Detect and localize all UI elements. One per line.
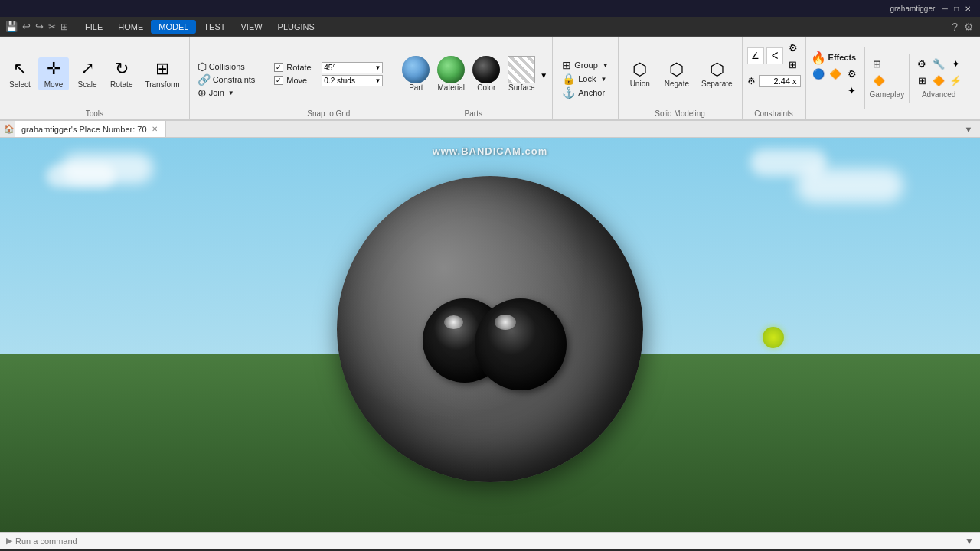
move-icon: ✛: [47, 59, 60, 79]
effects-icon-row: 🔵 🔶 ⚙ ✦: [811, 67, 860, 99]
lock-icon: 🔒: [562, 73, 575, 85]
move-snap-checkbox[interactable]: ✓: [274, 76, 283, 85]
window-close[interactable]: ✕: [962, 5, 974, 13]
snap-section: ✓ Rotate 45° ▼ ✓ Move 0.2 studs ▼ S: [263, 37, 394, 119]
negate-button[interactable]: ⬡ Negate: [660, 57, 694, 91]
constraint-angle-icon2[interactable]: ∢: [766, 47, 783, 64]
separate-button[interactable]: ⬡ Separate: [697, 57, 737, 91]
menu-model[interactable]: MODEL: [151, 20, 196, 34]
menu-view[interactable]: VIEW: [233, 20, 270, 34]
effects-side-2[interactable]: ✦: [844, 83, 860, 99]
color-button[interactable]: Color: [469, 54, 503, 93]
union-button[interactable]: ⬡ Union: [623, 57, 657, 91]
join-dropdown-icon[interactable]: ▼: [228, 90, 234, 96]
group-icon: ⊞: [562, 59, 571, 71]
rotate-snap-select[interactable]: 45° ▼: [322, 62, 383, 73]
quick-copy-icon[interactable]: ⊞: [58, 21, 70, 32]
rotate-button[interactable]: ↻ Rotate: [106, 57, 137, 90]
gameplay-label: Gameplay: [870, 90, 905, 99]
advanced-btn-3[interactable]: ✦: [948, 57, 963, 72]
part-button[interactable]: Part: [399, 54, 433, 93]
effects-btn-1[interactable]: 🔵: [811, 67, 826, 82]
parts-expand-button[interactable]: ▼: [540, 71, 547, 80]
select-button[interactable]: ↖ Select: [5, 57, 35, 90]
menu-test[interactable]: TEST: [196, 20, 233, 34]
menu-home[interactable]: HOME: [110, 20, 151, 34]
parts-label: Parts: [465, 109, 482, 118]
constraint-icons-row: ∠ ∢ ⚙ ⊞: [747, 40, 801, 72]
ribbon: ↖ Select ✛ Move ⤢ Scale ↻ Rotate ⊞ Trans…: [0, 37, 980, 121]
tab-place[interactable]: grahamtigger's Place Number: 70 ✕: [15, 121, 166, 137]
group-dropdown-icon[interactable]: ▼: [603, 62, 609, 69]
window-minimize[interactable]: ─: [939, 5, 951, 13]
constraint-value-input[interactable]: 2.44 x: [759, 75, 801, 87]
tab-close-button[interactable]: ✕: [150, 125, 159, 133]
command-input[interactable]: [15, 536, 965, 546]
tab-expand-icon[interactable]: ▼: [960, 121, 977, 137]
constraints-item[interactable]: 🔗 Constraints: [198, 73, 256, 86]
constraints-icon: 🔗: [198, 73, 211, 86]
cloud-2: [46, 165, 115, 187]
group-lock-anchor: ⊞ Group ▼ 🔒 Lock ▼ ⚓ Anchor: [557, 56, 613, 102]
gameplay-btn-1[interactable]: ⊞: [870, 57, 884, 72]
transform-button[interactable]: ⊞ Transform: [140, 57, 184, 90]
snap-label: Snap to Grid: [307, 109, 350, 118]
effects-btn-2[interactable]: 🔶: [828, 67, 843, 82]
advanced-btn-6[interactable]: ⚡: [948, 73, 963, 89]
surface-button[interactable]: Surface: [505, 54, 538, 93]
solid-modeling-label: Solid Modeling: [655, 109, 705, 118]
viewport[interactable]: www.BANDICAM.com: [0, 138, 980, 532]
collisions-icon: ⬡: [198, 60, 207, 73]
tab-bar: 🏠 grahamtigger's Place Number: 70 ✕ ▼: [0, 121, 980, 138]
cloud-4: [796, 168, 903, 203]
constraint-icon-a[interactable]: ⚙: [786, 40, 801, 55]
tab-label: grahamtigger's Place Number: 70: [21, 125, 147, 134]
lock-row[interactable]: 🔒 Lock ▼: [562, 73, 609, 85]
advanced-btn-2[interactable]: 🔧: [931, 57, 946, 72]
quick-cut-icon[interactable]: ✂: [46, 21, 58, 32]
anchor-icon: ⚓: [562, 86, 575, 99]
collisions-item[interactable]: ⬡ Collisions: [198, 60, 256, 73]
move-button[interactable]: ✛ Move: [38, 57, 69, 90]
scale-button[interactable]: ⤢ Scale: [72, 57, 103, 90]
quick-redo-icon[interactable]: ↪: [33, 21, 46, 32]
effects-flame-icon: 🔥: [811, 51, 826, 65]
menu-plugins[interactable]: PLUGINS: [270, 20, 322, 34]
window-maximize[interactable]: □: [951, 5, 962, 13]
advanced-btn-4[interactable]: ⊞: [914, 73, 929, 89]
material-button[interactable]: Material: [434, 54, 468, 93]
command-dropdown-icon[interactable]: ▼: [965, 536, 974, 546]
cursor-dot: [763, 327, 784, 348]
effects-side-1[interactable]: ⚙: [844, 67, 860, 82]
advanced-btn-5[interactable]: 🔶: [931, 73, 946, 89]
join-item[interactable]: ⊕ Join ▼: [198, 86, 256, 99]
move-snap-select[interactable]: 0.2 studs ▼: [322, 75, 383, 86]
command-expand-icon[interactable]: ▶: [6, 536, 12, 546]
group-row[interactable]: ⊞ Group ▼: [562, 59, 609, 71]
anchor-row[interactable]: ⚓ Anchor: [562, 86, 609, 99]
effects-section: 🔥 Effects 🔵 🔶 ⚙ ✦: [806, 47, 865, 109]
rotate-icon: ↻: [115, 59, 129, 79]
menu-file[interactable]: FILE: [77, 20, 110, 34]
quick-undo-icon[interactable]: ↩: [20, 21, 33, 32]
lock-dropdown-icon[interactable]: ▼: [600, 76, 606, 83]
rotate-snap-checkbox[interactable]: ✓: [274, 63, 283, 72]
solid-modeling-section: ⬡ Union ⬡ Negate ⬡ Separate Solid Modeli…: [619, 37, 743, 119]
constraint-icon-b[interactable]: ⊞: [786, 57, 801, 72]
advanced-btn-1[interactable]: ⚙: [914, 57, 929, 72]
tools-buttons: ↖ Select ✛ Move ⤢ Scale ↻ Rotate ⊞ Trans…: [5, 40, 185, 108]
negate-icon: ⬡: [669, 60, 684, 80]
tools-label: Tools: [86, 109, 103, 118]
gameplay-buttons: ⊞ 🔶: [870, 57, 905, 89]
constraint-angle-icon1[interactable]: ∠: [747, 47, 764, 64]
advanced-section: ⚙ 🔧 ✦ ⊞ 🔶 ⚡ Advanced: [910, 54, 968, 103]
settings-icon[interactable]: ⚙: [961, 21, 977, 33]
union-icon: ⬡: [632, 60, 647, 80]
quick-save-icon[interactable]: 💾: [3, 21, 20, 32]
help-icon[interactable]: ?: [949, 21, 961, 33]
gameplay-btn-2[interactable]: 🔶: [870, 73, 888, 89]
constraints-label: Constraints: [754, 109, 793, 118]
scale-icon: ⤢: [80, 59, 94, 79]
rotate-snap-dropdown-icon: ▼: [374, 64, 381, 71]
select-icon: ↖: [13, 59, 27, 79]
